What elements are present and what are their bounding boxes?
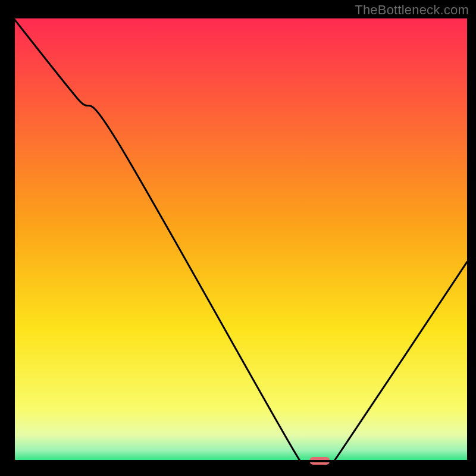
watermark-text: TheBottleneck.com: [355, 2, 469, 18]
bottleneck-chart: [0, 0, 476, 476]
plot-background: [14, 18, 467, 461]
